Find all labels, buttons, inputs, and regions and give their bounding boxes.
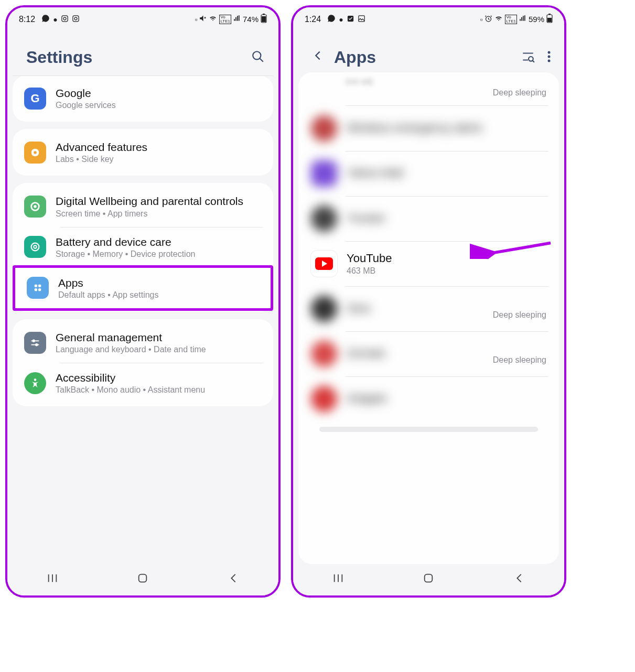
app-icon: [311, 296, 337, 322]
setting-sub: Storage • Memory • Device protection: [56, 250, 262, 259]
signal-icon: [233, 15, 241, 24]
advanced-icon: [24, 142, 46, 164]
back-icon[interactable]: [312, 48, 324, 67]
page-header: Apps: [293, 27, 564, 72]
app-title: YouTube: [347, 252, 546, 265]
recents-button[interactable]: [332, 572, 344, 587]
more-icon[interactable]: [547, 50, 551, 65]
app-item-partial[interactable]: 308 MB Deep sleeping: [298, 75, 559, 106]
google-icon: G: [24, 88, 46, 110]
app-status: Deep sleeping: [493, 88, 546, 97]
app-item[interactable]: Zwigato: [298, 376, 559, 421]
check-icon: [347, 15, 354, 24]
battery-icon: [261, 14, 267, 25]
setting-sub: Screen time • App timers: [56, 209, 262, 219]
setting-title: Google: [56, 86, 262, 100]
svg-point-16: [38, 285, 41, 288]
app-title: Zwigato: [347, 392, 546, 405]
back-button[interactable]: [513, 572, 525, 587]
alarm-icon: [485, 15, 492, 24]
phone-right: 1:24 ● ▫ VoLTE1 59%: [291, 5, 566, 598]
battery-percent: 74%: [243, 15, 259, 24]
battery-percent: 59%: [529, 15, 544, 24]
setting-item-battery[interactable]: Battery and device care Storage • Memory…: [13, 227, 273, 267]
status-bar: 1:24 ● ▫ VoLTE1 59%: [293, 7, 564, 27]
whatsapp-icon: [41, 14, 50, 24]
recents-button[interactable]: [47, 572, 58, 587]
setting-item-apps[interactable]: Apps Default apps • App settings: [15, 268, 271, 308]
apps-list: 308 MB Deep sleeping Wireless emergency …: [293, 72, 564, 564]
battery-care-icon: [24, 236, 46, 258]
app-item[interactable]: Zara Deep sleeping: [298, 286, 559, 331]
svg-point-40: [548, 59, 551, 62]
svg-point-22: [35, 343, 38, 346]
image-icon: [358, 15, 365, 24]
scroll-indicator: [319, 427, 538, 432]
wifi-icon: [209, 15, 217, 24]
svg-point-38: [548, 51, 551, 53]
app-icon: [311, 341, 337, 367]
svg-point-1: [63, 17, 66, 20]
svg-point-3: [74, 17, 77, 20]
app-title: Yuvaan: [347, 211, 546, 225]
setting-sub: Google services: [56, 101, 262, 110]
app-icon: [311, 386, 337, 412]
battery-saver-icon: ▫: [195, 15, 197, 24]
app-sub: 308 MB: [345, 78, 373, 87]
app-title: Yahoo Mail: [347, 166, 546, 180]
svg-rect-6: [263, 14, 265, 15]
app-item[interactable]: Yahoo Mail: [298, 151, 559, 196]
svg-rect-2: [72, 15, 78, 21]
app-item[interactable]: Zomato Deep sleeping: [298, 331, 559, 376]
setting-item-accessibility[interactable]: Accessibility TalkBack • Mono audio • As…: [13, 363, 273, 403]
whatsapp-icon: [327, 14, 336, 24]
setting-item-wellbeing[interactable]: Digital Wellbeing and parental controls …: [13, 186, 273, 226]
svg-rect-27: [139, 575, 147, 582]
setting-item-advanced[interactable]: Advanced features Labs • Side key: [13, 132, 273, 172]
signal-icon: [519, 15, 526, 24]
wifi-icon: [494, 15, 503, 24]
search-icon[interactable]: [251, 50, 265, 66]
svg-point-21: [33, 339, 36, 342]
volte-icon: VoLTE1: [219, 15, 231, 24]
settings-list: G Google Google services Advanced featur…: [7, 72, 278, 564]
svg-line-8: [260, 58, 263, 62]
app-sub: 463 MB: [347, 266, 546, 276]
general-icon: [24, 332, 46, 354]
setting-title: Accessibility: [56, 371, 262, 384]
svg-rect-0: [61, 15, 67, 21]
status-bar: 8:12 ● ▫ VoLTE1 74%: [7, 7, 278, 27]
app-item-youtube[interactable]: YouTube 463 MB: [298, 241, 559, 286]
filter-search-icon[interactable]: [521, 50, 535, 66]
app-title: Zomato: [347, 346, 483, 360]
setting-sub: Language and keyboard • Date and time: [56, 345, 262, 354]
svg-line-37: [533, 60, 534, 62]
setting-item-general[interactable]: General management Language and keyboard…: [13, 322, 273, 363]
setting-title: Digital Wellbeing and parental controls: [56, 194, 262, 208]
setting-sub: Default apps • App settings: [58, 290, 259, 300]
apps-icon: [27, 277, 49, 299]
app-title: Zara: [347, 301, 483, 315]
app-icon: [311, 160, 337, 187]
svg-point-15: [35, 285, 38, 288]
setting-title: General management: [56, 331, 262, 344]
back-button[interactable]: [228, 572, 239, 587]
battery-saver-icon: ▫: [480, 15, 482, 24]
phone-left: 8:12 ● ▫ VoLTE1 74%: [5, 5, 281, 598]
status-time: 1:24: [305, 15, 321, 24]
svg-point-7: [253, 51, 261, 59]
svg-point-36: [529, 57, 533, 61]
app-icon: [311, 115, 337, 142]
home-button[interactable]: [423, 572, 434, 587]
svg-point-17: [35, 288, 38, 291]
svg-point-14: [34, 245, 37, 248]
app-item[interactable]: Yuvaan: [298, 196, 559, 241]
svg-rect-29: [358, 15, 364, 21]
app-item[interactable]: Wireless emergency alerts: [298, 106, 559, 151]
home-button[interactable]: [137, 572, 148, 587]
mute-icon: [199, 15, 207, 24]
setting-item-google[interactable]: G Google Google services: [13, 75, 273, 118]
instagram-icon: [61, 15, 69, 24]
page-header: Settings: [7, 27, 278, 72]
highlight-apps: Apps Default apps • App settings: [13, 265, 273, 311]
